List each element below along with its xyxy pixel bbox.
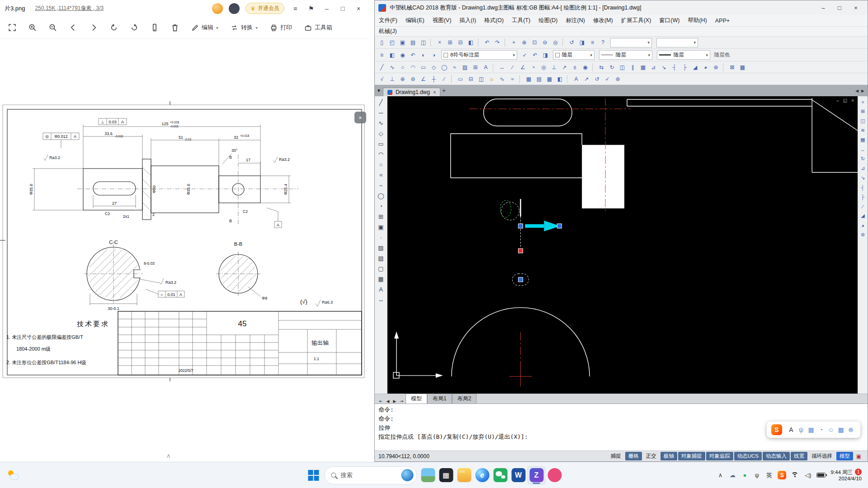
fillet-icon[interactable]: ◕ bbox=[701, 62, 710, 72]
dim-style-icon[interactable]: A bbox=[571, 74, 581, 84]
redo-icon[interactable]: ↷ bbox=[493, 38, 502, 47]
toolbox-button[interactable]: 工具箱 bbox=[304, 23, 332, 32]
doc-nav-arrow-1[interactable]: ◀ bbox=[854, 89, 860, 93]
region-icon[interactable]: ▢ bbox=[376, 263, 387, 274]
zoom-window-icon[interactable]: ⊡ bbox=[530, 38, 539, 47]
doc-tab-menu-icon[interactable]: ▼ bbox=[377, 88, 381, 93]
bearing-icon[interactable]: ◫ bbox=[476, 74, 486, 84]
cloud-sync-icon[interactable]: ☁ bbox=[729, 472, 736, 479]
stretch-tool-icon[interactable]: ↘ bbox=[859, 173, 868, 183]
group-icon[interactable]: ▩ bbox=[738, 62, 747, 72]
status-toggle-3[interactable]: 正交 bbox=[643, 452, 660, 460]
scale-icon[interactable]: ⊿ bbox=[649, 62, 658, 72]
help-icon[interactable]: ? bbox=[598, 38, 608, 47]
input-language-indicator[interactable]: 英 bbox=[765, 471, 773, 479]
move-icon[interactable]: ⇆ bbox=[597, 62, 606, 72]
construction-line-icon[interactable]: ─ bbox=[376, 108, 387, 118]
array-tool-icon[interactable]: ▦ bbox=[859, 135, 868, 145]
viewer-image-area[interactable]: 125 +0.028 -0.003 33.6 -0.002 51 -0.03 3… bbox=[0, 39, 368, 462]
title-block-icon[interactable]: ▦ bbox=[524, 74, 533, 84]
hidden-icons-chevron[interactable]: ∧ bbox=[717, 472, 724, 479]
start-button[interactable] bbox=[305, 466, 323, 484]
undo-icon[interactable]: ↶ bbox=[482, 38, 492, 47]
thumbnail-strip-toggle[interactable]: ∧ bbox=[166, 452, 171, 459]
mirror-tool-icon[interactable]: ◫ bbox=[859, 116, 868, 126]
design-center-icon[interactable]: ≡ bbox=[588, 38, 597, 47]
layout-nav-2[interactable]: ◀ bbox=[385, 399, 392, 404]
linetype-combo[interactable]: 随层 ▾ bbox=[599, 50, 652, 60]
construction-icon[interactable]: ▭ bbox=[456, 74, 465, 84]
point-icon[interactable]: ∙ bbox=[376, 232, 387, 243]
circle-icon[interactable]: ○ bbox=[376, 160, 387, 170]
mobile-transfer-icon[interactable] bbox=[151, 23, 159, 32]
make-current-icon[interactable]: ✓ bbox=[520, 50, 529, 60]
pin-icon[interactable]: ⚑ bbox=[306, 5, 316, 12]
create-block-icon[interactable]: ▣ bbox=[376, 222, 387, 232]
fillet-tool-icon[interactable]: ◕ bbox=[859, 221, 868, 230]
revision-icon[interactable]: ↺ bbox=[592, 74, 602, 84]
doc-nav-arrow-2[interactable]: ▶ bbox=[860, 89, 866, 93]
dim-radius-icon[interactable]: ◔ bbox=[528, 62, 538, 72]
message-icon[interactable] bbox=[229, 3, 240, 14]
bolt-icon[interactable]: ⊟ bbox=[466, 74, 476, 84]
balloon-icon[interactable]: ⊚ bbox=[408, 74, 418, 84]
dim-style-combo[interactable]: ▾ bbox=[656, 38, 698, 47]
layer-states-icon[interactable]: ◉ bbox=[398, 50, 407, 60]
properties-icon[interactable]: ◨ bbox=[577, 38, 587, 47]
tolerance-icon[interactable]: ± bbox=[570, 62, 580, 72]
toolbox-ime-icon[interactable]: ▩ bbox=[836, 425, 845, 435]
multiline-text-icon[interactable]: A bbox=[376, 284, 387, 295]
symbol-surface-icon[interactable]: √ bbox=[377, 74, 387, 84]
viewer-menu-icon[interactable]: ≡ bbox=[290, 5, 300, 12]
sogou-tray-icon[interactable]: S bbox=[778, 471, 786, 479]
skin-icon[interactable]: ◔ bbox=[816, 425, 826, 435]
offset-icon[interactable]: ∥ bbox=[628, 62, 637, 72]
menu-2[interactable]: 编辑(E) bbox=[401, 15, 429, 26]
paste-icon[interactable]: ⊟ bbox=[456, 38, 465, 47]
hatch-icon[interactable]: ▨ bbox=[376, 243, 387, 253]
draw-polygon-icon[interactable]: ◇ bbox=[429, 62, 439, 72]
microphone-icon[interactable]: ψ bbox=[753, 472, 760, 479]
status-toggle-8[interactable]: 动态输入 bbox=[763, 452, 790, 460]
voice-input-icon[interactable]: ψ bbox=[797, 425, 806, 435]
wifi-icon[interactable] bbox=[791, 472, 799, 479]
layer-walk-icon[interactable]: ◨ bbox=[541, 50, 550, 60]
symbol-datum-icon[interactable]: ⊥ bbox=[387, 74, 397, 84]
status-toggle-4[interactable]: 极轴 bbox=[660, 452, 677, 460]
open-file-icon[interactable]: ◰ bbox=[387, 38, 397, 47]
viewer-fileinfo-link[interactable]: 250.15K ,1114*791像素 , 3/3 bbox=[35, 5, 104, 12]
regen-icon[interactable]: ↺ bbox=[567, 38, 576, 47]
taskbar-copilot-icon[interactable] bbox=[419, 466, 437, 484]
clock[interactable]: 9:44 周三1 2024/4/10 bbox=[830, 469, 862, 482]
cad-drawing-canvas[interactable]: – ◱ × bbox=[387, 96, 858, 394]
erase-tool-icon[interactable]: × bbox=[859, 97, 868, 107]
draw-circle-icon[interactable]: ○ bbox=[398, 62, 407, 72]
gradient-icon[interactable]: ▧ bbox=[376, 253, 387, 263]
convert-button[interactable]: 转换▾ bbox=[231, 23, 258, 32]
dim-aligned-icon[interactable]: ∕ bbox=[508, 62, 517, 72]
chain-icon[interactable]: ≈ bbox=[508, 74, 517, 84]
draw-ellipse-icon[interactable]: ◯ bbox=[439, 62, 449, 72]
lineweight-combo[interactable]: 随层 ▾ bbox=[657, 50, 710, 60]
weld-symbol-icon[interactable]: ∠ bbox=[419, 74, 428, 84]
dim-linear-icon[interactable]: ↔ bbox=[497, 62, 507, 72]
drawing-close-icon[interactable]: × bbox=[851, 98, 854, 103]
gear-icon[interactable]: ☼ bbox=[487, 74, 496, 84]
center-mark-icon[interactable]: ◉ bbox=[580, 62, 590, 72]
menu2-1[interactable]: 机械(J) bbox=[375, 26, 401, 37]
ellipse-arc-icon[interactable]: ◔ bbox=[376, 201, 387, 211]
text-style-combo[interactable]: ▾ bbox=[610, 38, 652, 47]
dim-ordinate-icon[interactable]: ⊥ bbox=[549, 62, 559, 72]
drawing-restore-icon[interactable]: ◱ bbox=[843, 98, 847, 103]
copy-icon[interactable]: ⊞ bbox=[445, 38, 455, 47]
zoom-previous-icon[interactable]: ⊖ bbox=[540, 38, 550, 47]
clean-screen-icon[interactable]: ▣ bbox=[854, 451, 863, 461]
menu-9[interactable]: 修改(M) bbox=[589, 15, 617, 26]
draw-arc-icon[interactable]: ◠ bbox=[408, 62, 418, 72]
break-tool-icon[interactable]: ∕ bbox=[859, 202, 868, 211]
match-properties-icon[interactable]: ◧ bbox=[466, 38, 476, 47]
insert-block-icon[interactable]: ⊞ bbox=[471, 62, 480, 72]
daily-image-icon[interactable] bbox=[401, 469, 414, 481]
taskbar-file-explorer-icon[interactable] bbox=[455, 466, 473, 484]
rectangle-icon[interactable]: ▭ bbox=[376, 139, 387, 149]
